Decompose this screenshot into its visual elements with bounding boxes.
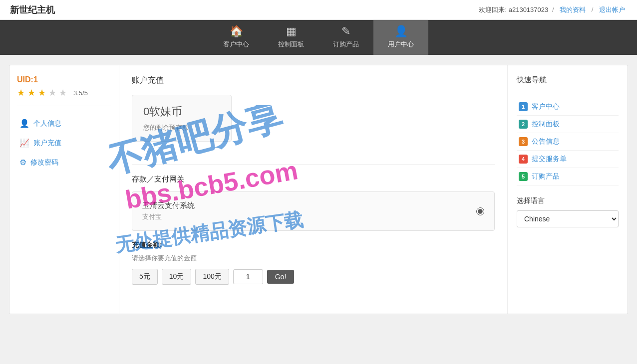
nav-control-panel[interactable]: ▦ 控制面板 [264,20,318,55]
user-icon: 👤 [394,26,408,37]
balance-card: 0软妹币 您的剩余预存款 [132,95,232,142]
payment-gateway-card[interactable]: 玉清云支付系统 支付宝 [132,191,495,231]
balance-label: 您的剩余预存款 [143,123,220,132]
gateway-radio[interactable] [476,207,484,215]
my-profile-link[interactable]: 我的资料 [560,6,586,13]
personal-info-label: 个人信息 [33,119,61,128]
quick-nav-submit-ticket[interactable]: 4 提交服务单 [517,151,619,168]
content-divider [132,164,495,165]
gear-icon: ⚙ [19,158,26,167]
main-container: 不猪吧分享 bbs.bcb5.com 无处提供精品资源下载 UID:1 ★ ★ … [9,65,628,314]
quick-nav-divider [517,92,619,92]
sidebar-item-personal-info[interactable]: 👤 个人信息 [17,114,111,133]
star-5: ★ [59,87,67,98]
logout-link[interactable]: 退出帐户 [599,6,625,13]
amount-section: 充值金额: 请选择你要充值的金额 5元 10元 100元 Go! [132,241,495,285]
change-password-label: 修改密码 [30,158,58,167]
star-4: ★ [48,87,56,98]
nav-user-center[interactable]: 👤 用户中心 [373,20,428,55]
user-info-bar: 欢迎回来: a2130137023 / 我的资料 / 退出帐户 [479,5,627,14]
welcome-text: 欢迎回来: a2130137023 [479,6,548,13]
site-logo: 新世纪主机 [10,4,55,16]
person-icon: 👤 [19,119,29,128]
sidebar-item-change-password[interactable]: ⚙ 修改密码 [17,153,111,172]
quick-nav-announcements[interactable]: 3 公告信息 [517,133,619,151]
language-select[interactable]: Chinese English [517,210,619,227]
nav-label-control: 控制面板 [278,40,304,49]
quick-nav-control-panel[interactable]: 2 控制面板 [517,116,619,133]
sidebar-item-account-recharge[interactable]: 📈 账户充值 [17,133,111,153]
gateway-method: 支付宝 [142,212,195,221]
home-icon: 🏠 [230,26,243,37]
badge-1: 1 [519,102,528,111]
nav-order-products[interactable]: ✎ 订购产品 [318,20,373,55]
star-1: ★ [17,87,25,98]
amount-buttons-row: 5元 10元 100元 Go! [132,269,495,285]
amount-hint: 请选择你要充值的金额 [132,254,495,263]
star-3: ★ [38,87,46,98]
uid-section: UID:1 ★ ★ ★ ★ ★ 3.5/5 [17,75,111,98]
quick-nav-label-4: 提交服务单 [532,155,567,164]
balance-amount: 0软妹币 [143,104,220,119]
content-area: 账户充值 0软妹币 您的剩余预存款 存款／支付网关 玉清云支付系统 支付宝 充值… [119,65,508,314]
quick-nav-customer-center[interactable]: 1 客户中心 [517,98,619,116]
top-bar: 新世纪主机 欢迎回来: a2130137023 / 我的资料 / 退出帐户 [0,0,637,20]
quick-nav-label-2: 控制面板 [532,120,560,129]
sidebar: UID:1 ★ ★ ★ ★ ★ 3.5/5 👤 个人信息 📈 账户充值 ⚙ 修改… [9,65,119,314]
quick-nav-label-1: 客户中心 [532,102,560,111]
nav-label-order: 订购产品 [333,40,359,49]
dashboard-icon: ▦ [286,26,297,37]
uid-label: UID:1 [17,75,111,84]
language-section: 选择语言 Chinese English [517,196,619,227]
language-title: 选择语言 [517,196,619,205]
gateway-name: 玉清云支付系统 [142,201,195,210]
quick-nav-label-3: 公告信息 [532,137,560,146]
badge-4: 4 [519,155,528,164]
separator1: / [552,6,554,13]
quick-nav-order[interactable]: 5 订购产品 [517,168,619,185]
rating-row: ★ ★ ★ ★ ★ 3.5/5 [17,87,111,98]
rating-text: 3.5/5 [73,89,88,97]
amount-custom-input[interactable] [233,269,263,284]
amount-label: 充值金额: [132,241,495,250]
nav-label-user: 用户中心 [388,40,414,49]
badge-2: 2 [519,120,528,129]
main-nav: 🏠 客户中心 ▦ 控制面板 ✎ 订购产品 👤 用户中心 [0,20,637,55]
quick-nav-title: 快速导航 [517,75,619,85]
account-recharge-label: 账户充值 [33,139,61,148]
page-title: 账户充值 [132,75,495,86]
pencil-icon: ✎ [341,26,350,37]
go-button[interactable]: Go! [267,270,295,284]
badge-5: 5 [519,172,528,181]
payment-section-title: 存款／支付网关 [132,175,495,184]
right-panel: 快速导航 1 客户中心 2 控制面板 3 公告信息 4 提交服务单 5 订购产品… [508,65,628,314]
sidebar-divider [17,106,111,106]
badge-3: 3 [519,137,528,146]
chart-icon: 📈 [19,138,29,148]
star-2: ★ [27,87,35,98]
amount-10-button[interactable]: 10元 [162,269,192,285]
amount-5-button[interactable]: 5元 [132,269,158,285]
quick-nav-label-5: 订购产品 [532,172,560,181]
separator2: / [592,6,594,13]
amount-100-button[interactable]: 100元 [195,269,229,285]
nav-label-customer: 客户中心 [223,40,249,49]
nav-customer-center[interactable]: 🏠 客户中心 [209,20,264,55]
payment-info: 玉清云支付系统 支付宝 [142,201,195,221]
